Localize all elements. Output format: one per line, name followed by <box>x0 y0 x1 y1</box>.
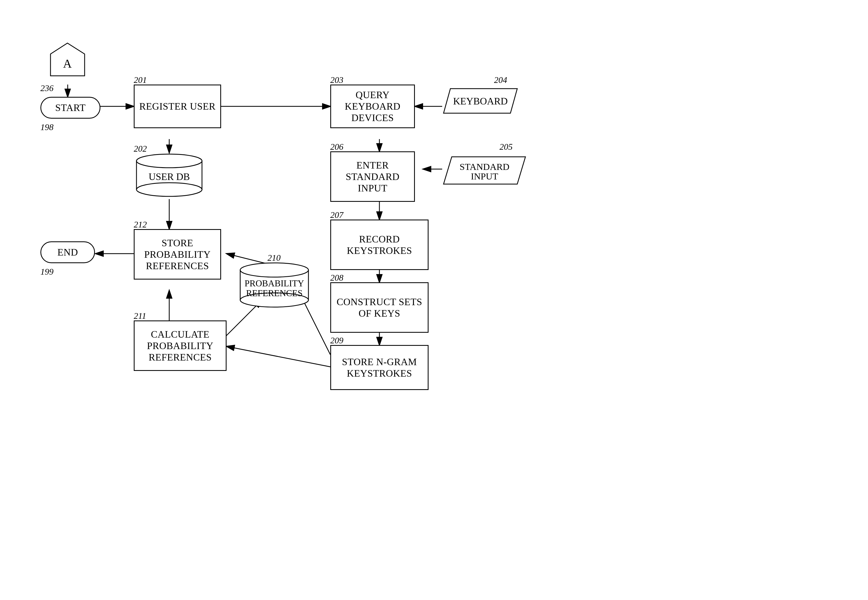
start-label: START <box>55 102 85 114</box>
svg-text:PROBABILITY: PROBABILITY <box>245 279 304 288</box>
end-label: END <box>57 247 78 258</box>
label-205: 205 <box>500 142 512 152</box>
query-keyboard-node: QUERY KEYBOARD DEVICES <box>330 85 415 128</box>
label-206: 206 <box>330 142 344 152</box>
start-node: START <box>40 97 100 119</box>
enter-standard-label: ENTER STANDARD INPUT <box>331 159 414 194</box>
label-199: 199 <box>40 267 53 277</box>
flowchart-diagram: A 236 START 198 END 199 REGISTER USER 20… <box>0 0 868 600</box>
svg-text:INPUT: INPUT <box>471 171 498 181</box>
svg-text:A: A <box>63 57 72 70</box>
store-prob-ref-node: STORE PROBABILITY REFERENCES <box>134 229 221 280</box>
label-198: 198 <box>40 122 53 132</box>
label-211: 211 <box>134 311 146 321</box>
svg-point-22 <box>137 154 202 168</box>
label-236: 236 <box>40 83 53 93</box>
svg-text:KEYBOARD: KEYBOARD <box>453 96 508 107</box>
label-210: 210 <box>268 253 281 263</box>
calc-prob-ref-label: CALCULATE PROBABILITY REFERENCES <box>135 329 226 363</box>
end-node: END <box>40 241 95 263</box>
svg-point-26 <box>240 263 309 277</box>
construct-sets-label: CONSTRUCT SETS OF KEYS <box>331 296 428 319</box>
record-keystrokes-node: RECORD KEYSTROKES <box>330 220 429 270</box>
svg-text:STANDARD: STANDARD <box>460 162 509 172</box>
store-prob-ref-label: STORE PROBABILITY REFERENCES <box>135 237 220 272</box>
label-212: 212 <box>134 220 147 230</box>
label-204: 204 <box>494 75 507 85</box>
label-208: 208 <box>330 273 344 283</box>
store-ngram-node: STORE N-GRAM KEYSTROKES <box>330 345 429 390</box>
prob-ref-db-node: PROBABILITY REFERENCES <box>237 262 311 308</box>
query-keyboard-label: QUERY KEYBOARD DEVICES <box>331 89 414 124</box>
enter-standard-node: ENTER STANDARD INPUT <box>330 152 415 202</box>
svg-text:REFERENCES: REFERENCES <box>246 288 303 298</box>
label-209: 209 <box>330 335 344 345</box>
svg-text:USER DB: USER DB <box>149 171 190 182</box>
keyboard-node: KEYBOARD <box>442 87 518 115</box>
label-203: 203 <box>330 75 344 85</box>
arrows-svg <box>0 0 868 600</box>
label-207: 207 <box>330 210 344 220</box>
user-db-node: USER DB <box>134 153 205 198</box>
record-keystrokes-label: RECORD KEYSTROKES <box>331 233 428 256</box>
register-user-label: REGISTER USER <box>139 101 216 112</box>
label-202: 202 <box>134 144 147 154</box>
store-ngram-label: STORE N-GRAM KEYSTROKES <box>331 356 428 379</box>
svg-line-17 <box>227 346 330 367</box>
register-user-node: REGISTER USER <box>134 85 221 128</box>
calc-prob-ref-node: CALCULATE PROBABILITY REFERENCES <box>134 320 227 371</box>
label-201: 201 <box>134 75 147 85</box>
standard-input-node: STANDARD INPUT <box>442 156 527 185</box>
connector-a: A <box>49 40 86 84</box>
construct-sets-node: CONSTRUCT SETS OF KEYS <box>330 282 429 333</box>
svg-point-23 <box>137 183 202 196</box>
